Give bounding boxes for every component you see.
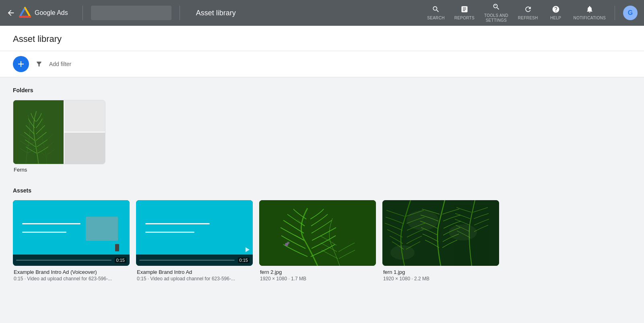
video-progress-bar [16,260,111,261]
brand-name: Google Ads [35,9,68,17]
svg-rect-6 [259,200,376,266]
asset-info-3: fern 2.jpg 1920 × 1080 · 1.7 MB [259,269,376,282]
folders-section-title: Folders [13,87,631,93]
tools-icon [492,3,500,12]
folder-name: Ferns [13,167,105,173]
folder-top-right-placeholder [64,100,105,132]
asset-card[interactable]: 0:15 Example Brand Intro Ad 0:15 · Video… [136,200,253,282]
folder-card[interactable]: Ferns [13,100,105,173]
refresh-nav-button[interactable]: REFRESH [514,3,542,23]
asset-name-2: Example Brand Intro Ad [137,269,252,275]
folder-main-image [13,100,64,164]
nav-divider-1 [83,6,83,20]
assets-section: Assets [13,187,631,282]
fern1-svg [382,200,499,266]
nav-right-icons: SEARCH REPORTS TOOLS AND SETTINGS REFRES… [423,0,638,25]
video-progress-bar-2 [139,260,235,261]
asset-name-3: fern 2.jpg [260,269,375,275]
bell-icon [586,5,594,14]
video-bottom-bar-2: 0:15 [136,255,253,266]
svg-point-12 [390,245,415,260]
refresh-nav-label: REFRESH [518,16,538,21]
video-duration-1: 0:15 [115,257,126,263]
folder-bottom-right-placeholder [64,132,105,164]
top-nav: Google Ads Asset library SEARCH REPORTS … [0,0,644,26]
filter-icon-button[interactable] [34,59,44,69]
search-nav-button[interactable]: SEARCH [423,3,448,23]
assets-grid: 0:15 Example Brand Intro Ad (Voiceover) … [13,200,631,282]
video-play-icon [246,247,250,252]
svg-line-3 [25,8,30,17]
asset-thumbnail-video-1: 0:15 [13,200,130,266]
asset-meta-4: 1920 × 1080 · 2.2 MB [383,276,498,282]
folder-thumbnail [13,100,105,164]
reports-icon [460,5,469,14]
asset-thumbnail-fern2 [259,200,376,266]
asset-thumbnail-fern1 [382,200,499,266]
asset-card[interactable]: fern 1.jpg 1920 × 1080 · 2.2 MB [382,200,499,282]
content-area: Folders [0,77,644,323]
svg-point-10 [407,210,439,230]
back-button[interactable] [6,8,15,17]
asset-name-4: fern 1.jpg [383,269,498,275]
svg-rect-5 [13,100,64,164]
help-nav-label: HELP [550,16,561,21]
asset-thumbnail-video-2: 0:15 [136,200,253,266]
google-ads-logo-icon [19,6,31,19]
account-search-input[interactable] [91,6,171,20]
search-nav-label: SEARCH [427,16,444,21]
tools-nav-label: TOOLS AND SETTINGS [484,13,508,23]
logo: Google Ads [19,6,68,19]
folders-section: Folders [13,87,631,173]
svg-point-11 [449,224,477,240]
assets-section-title: Assets [13,187,631,194]
filter-label: Add filter [49,61,71,67]
folder-fern-svg [13,100,64,164]
reports-nav-label: REPORTS [454,16,475,21]
asset-card[interactable]: 0:15 Example Brand Intro Ad (Voiceover) … [13,200,130,282]
asset-meta-1: 0:15 · Video ad upload channel for 623-5… [14,276,129,282]
add-button[interactable] [13,56,29,72]
asset-info-2: Example Brand Intro Ad 0:15 · Video ad u… [136,269,253,282]
refresh-icon [524,5,532,14]
svg-line-2 [20,8,25,17]
svg-point-8 [287,242,289,244]
asset-meta-3: 1920 × 1080 · 1.7 MB [260,276,375,282]
notifications-nav-label: NOTIFICATIONS [574,16,606,21]
asset-card[interactable]: fern 2.jpg 1920 × 1080 · 1.7 MB [259,200,376,282]
page-nav-title: Asset library [196,9,236,17]
notifications-nav-button[interactable]: NOTIFICATIONS [570,3,610,23]
asset-meta-2: 0:15 · Video ad upload channel for 623-5… [137,276,252,282]
fern2-svg [259,200,376,266]
page-header: Asset library [0,26,644,51]
nav-right-divider [615,6,615,20]
help-nav-button[interactable]: HELP [544,3,568,23]
asset-info-1: Example Brand Intro Ad (Voiceover) 0:15 … [13,269,130,282]
filter-bar: Add filter [0,51,644,77]
account-avatar[interactable]: G [623,6,638,20]
page-title: Asset library [13,34,631,51]
nav-divider-2 [180,6,180,20]
asset-info-4: fern 1.jpg 1920 × 1080 · 2.2 MB [382,269,499,282]
reports-nav-button[interactable]: REPORTS [450,3,479,23]
video-bottom-bar-1: 0:15 [13,255,130,266]
help-icon [552,5,560,14]
video-duration-2: 0:15 [238,257,250,263]
asset-name-1: Example Brand Intro Ad (Voiceover) [14,269,129,275]
tools-nav-button[interactable]: TOOLS AND SETTINGS [480,0,512,25]
search-icon [432,5,440,14]
